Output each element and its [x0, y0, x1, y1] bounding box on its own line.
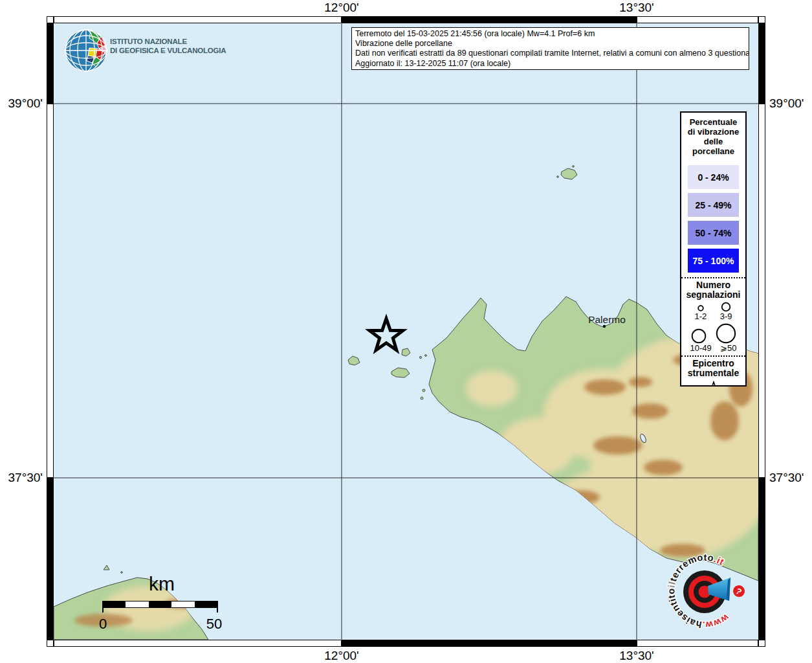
question-badge-icon: ?: [731, 583, 747, 600]
event-data-note: Dati non verificati estratti da 89 quest…: [355, 49, 745, 58]
event-info-box: Terremoto del 15-03-2025 21:45:56 (ora l…: [351, 27, 749, 70]
legend-counts-title-line: segnalazioni: [681, 290, 745, 300]
axis-label-lon-west-top: 12°00': [309, 1, 374, 15]
axis-label-lat-north-right: 39°00': [769, 96, 804, 111]
axis-label-lon-east-top: 13°30': [604, 1, 669, 15]
axis-label-lat-north-left: 39°00': [0, 96, 43, 111]
ingv-globe-icon: [63, 28, 109, 73]
count-circle-1-2-icon: [695, 303, 707, 312]
haisentitoilterremoto-logo-icon: ? www.haisentitoilterremoto.it: [665, 552, 751, 637]
count-label-10-49: 10-49: [690, 344, 711, 353]
legend-epicenter-title-line: strumentale: [681, 368, 745, 378]
city-label-palermo: Palermo: [588, 314, 626, 325]
count-label-50plus: ⩾50: [720, 344, 736, 353]
legend-count-symbols-large: [681, 323, 745, 344]
axis-label-lat-south-right: 37°30': [769, 471, 804, 485]
page: Palermo 12°00' 13°30' 12°00' 13°30' 39°0…: [0, 0, 812, 663]
axis-label-lat-south-left: 37°30': [0, 471, 43, 485]
event-subtitle: Vibrazione delle porcellane: [355, 39, 745, 49]
event-title: Terremoto del 15-03-2025 21:45:56 (ora l…: [355, 29, 745, 39]
legend-count-symbols-small: [681, 302, 745, 312]
legend-title-line: di vibrazione: [681, 127, 745, 137]
legend-separator: [681, 277, 745, 278]
scale-bar-unit: km: [91, 573, 233, 595]
legend-swatch-50-74: 50 - 74%: [688, 221, 739, 245]
event-updated: Aggiornato il: 13-12-2025 11:07 (ora loc…: [355, 59, 745, 69]
scale-bar-start-label: 0: [91, 616, 115, 633]
count-circle-10-49-icon: [690, 328, 707, 344]
scale-bar-tick-start: [102, 601, 104, 612]
legend-title-line: delle: [681, 137, 745, 146]
legend-separator: [681, 355, 745, 357]
scale-bar-segments: [103, 601, 217, 607]
map-canvas: Palermo: [54, 23, 758, 640]
scale-bar: km 0 50: [91, 573, 236, 638]
legend-swatch-25-49: 25 - 49%: [688, 193, 739, 217]
legend-title-line: Percentuale: [681, 117, 745, 127]
count-circle-50plus-icon: [716, 323, 736, 344]
ingv-name-line1: ISTITUTO NAZIONALE: [110, 37, 226, 46]
scale-bar-tick-end: [217, 601, 218, 612]
axis-label-lon-east-bottom: 13°30': [604, 649, 669, 663]
legend-epicenter-title-line: Epicentro: [681, 359, 745, 368]
scale-bar-end-label: 50: [203, 616, 226, 633]
count-label-3-9: 3-9: [720, 312, 732, 321]
legend-epicenter-star-icon: [704, 381, 723, 387]
legend-swatch-75-100: 75 - 100%: [688, 249, 739, 273]
ingv-logo: ISTITUTO NAZIONALE DI GEOFISICA E VULCAN…: [63, 28, 258, 73]
legend-box: Percentuale di vibrazione delle porcella…: [680, 111, 747, 387]
count-circle-3-9-icon: [720, 302, 732, 312]
axis-label-lon-west-bottom: 12°00': [309, 649, 374, 663]
ingv-name-line2: DI GEOFISICA E VULCANOLOGIA: [110, 46, 226, 55]
haisentitoilterremoto-logo[interactable]: ? www.haisentitoilterremoto.it: [665, 552, 751, 637]
legend-counts-title-line: Numero: [681, 280, 745, 290]
legend-swatch-0-24: 0 - 24%: [688, 165, 739, 189]
legend-title-line: porcellane: [681, 146, 745, 156]
count-label-1-2: 1-2: [694, 312, 707, 321]
city-dot-palermo: [603, 325, 606, 328]
